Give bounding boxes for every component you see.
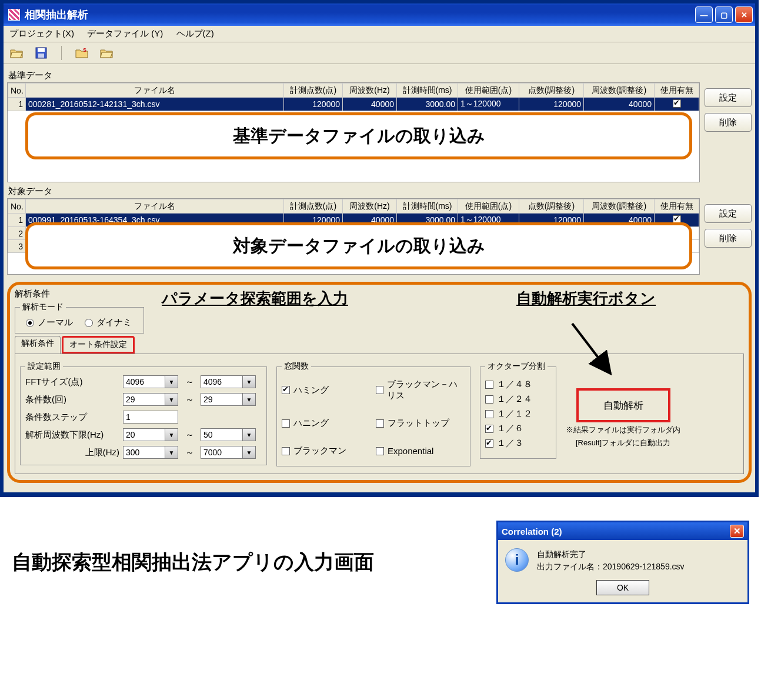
chevron-down-icon[interactable] <box>243 446 256 459</box>
mode-normal-radio[interactable]: ノーマル <box>26 317 73 328</box>
column-header[interactable]: 使用範囲(点) <box>458 84 519 98</box>
column-header[interactable]: 周波数(調整後) <box>584 84 655 98</box>
chevron-down-icon[interactable] <box>165 446 178 459</box>
oct-24[interactable]: １／２４ <box>485 394 551 405</box>
app-icon <box>8 9 20 21</box>
cond-from-combo[interactable] <box>123 393 182 406</box>
freq-lo-label: 解析周波数下限(Hz) <box>25 429 119 441</box>
app-window: 相関抽出解析 — ▢ ✕ プロジェクト(X) データファイル (Y) ヘルプ(Z… <box>0 0 759 497</box>
chevron-down-icon[interactable] <box>165 428 178 441</box>
oct-12[interactable]: １／１２ <box>485 408 551 419</box>
column-header[interactable]: 使用有無 <box>655 84 699 98</box>
chevron-down-icon[interactable] <box>165 393 178 406</box>
ref-delete-button[interactable]: 削除 <box>705 113 752 132</box>
column-header[interactable]: 使用有無 <box>655 199 699 214</box>
set-range-legend: 設定範囲 <box>25 361 63 372</box>
tab-analysis-conditions[interactable]: 解析条件 <box>15 336 61 354</box>
screen-caption: 自動探索型相関抽出法アプリの入力画面 <box>12 549 473 576</box>
menu-project[interactable]: プロジェクト(X) <box>9 28 74 38</box>
tgt-section-label: 対象データ <box>8 186 752 197</box>
chevron-down-icon[interactable] <box>243 375 256 388</box>
chevron-down-icon[interactable] <box>243 393 256 406</box>
column-header[interactable]: 点数(調整後) <box>519 84 584 98</box>
column-header[interactable]: 点数(調整後) <box>519 199 584 214</box>
tgt-settings-button[interactable]: 設定 <box>705 204 752 223</box>
ref-grid[interactable]: No.ファイル名計測点数(点)周波数(Hz)計測時間(ms)使用範囲(点)点数(… <box>7 82 700 182</box>
analysis-mode-legend: 解析モード <box>20 302 66 312</box>
column-header[interactable]: 計測時間(ms) <box>397 199 458 214</box>
dialog-title: Correlation (2) <box>502 526 562 536</box>
winfn-blackman-harris[interactable]: ブラックマン－ハリス <box>376 379 465 401</box>
minimize-button[interactable]: — <box>695 6 713 23</box>
set-range-fieldset: 設定範囲 FFTサイズ(点) ～ 条件数(回) ～ 条件数ステップ 解析 <box>20 361 267 465</box>
ref-button-column: 設定 削除 <box>705 82 752 182</box>
fft-label: FFTサイズ(点) <box>25 376 119 388</box>
open-ref-icon[interactable]: S <box>75 46 89 59</box>
close-button[interactable]: ✕ <box>735 6 753 23</box>
auto-analysis-button[interactable]: 自動解析 <box>576 388 670 422</box>
maximize-button[interactable]: ▢ <box>715 6 733 23</box>
svg-line-4 <box>572 324 610 374</box>
arrow-icon <box>560 318 625 382</box>
winfn-hanning[interactable]: ハニング <box>282 418 371 429</box>
winfn-exponential[interactable]: Exponential <box>376 445 465 456</box>
winfn-flattop[interactable]: フラットトップ <box>376 418 465 429</box>
dialog-close-button[interactable]: ✕ <box>730 525 744 538</box>
tab-auto-conditions[interactable]: オート条件設定 <box>62 336 135 354</box>
oct-48[interactable]: １／４８ <box>485 379 551 390</box>
tgt-delete-button[interactable]: 削除 <box>705 229 752 248</box>
winfn-blackman[interactable]: ブラックマン <box>282 445 371 456</box>
column-header[interactable]: 計測点数(点) <box>284 84 343 98</box>
content-area: 基準データ No.ファイル名計測点数(点)周波数(Hz)計測時間(ms)使用範囲… <box>4 64 755 492</box>
winfn-hamming[interactable]: ハミング <box>282 379 371 401</box>
tilde: ～ <box>185 394 197 405</box>
dialog-ok-button[interactable]: OK <box>596 580 649 595</box>
open-tgt-icon[interactable] <box>99 46 114 59</box>
auto-button-label: 自動解析実行ボタン <box>512 286 660 311</box>
mode-dynamic-label: ダイナミ <box>96 317 132 328</box>
column-header[interactable]: 周波数(Hz) <box>343 199 397 214</box>
menu-help[interactable]: ヘルプ(Z) <box>176 28 214 38</box>
freq-hi-from-combo[interactable] <box>123 446 182 459</box>
column-header[interactable]: 使用範囲(点) <box>458 199 519 214</box>
ref-settings-button[interactable]: 設定 <box>705 88 752 107</box>
open-icon[interactable] <box>9 46 24 59</box>
fft-from-combo[interactable] <box>123 375 182 388</box>
column-header[interactable]: ファイル名 <box>26 199 284 214</box>
menu-datafile[interactable]: データファイル (Y) <box>87 28 163 38</box>
cond-label: 条件数(回) <box>25 394 119 405</box>
tgt-grid[interactable]: No.ファイル名計測点数(点)周波数(Hz)計測時間(ms)使用範囲(点)点数(… <box>7 198 700 275</box>
freq-hi-to-combo[interactable] <box>201 446 259 459</box>
analysis-conditions-box: 解析条件 パラメータ探索範囲を入力 自動解析実行ボタン 解析モード ノーマル ダ… <box>7 282 752 483</box>
column-header[interactable]: ファイル名 <box>26 84 284 98</box>
toolbar: S <box>4 42 755 64</box>
step-input[interactable] <box>123 411 178 424</box>
column-header[interactable]: No. <box>8 199 26 214</box>
ref-import-label: 基準データファイルの取り込み <box>233 124 485 148</box>
cond-to-combo[interactable] <box>201 393 259 406</box>
chevron-down-icon[interactable] <box>165 375 178 388</box>
tgt-import-label: 対象データファイルの取り込み <box>233 234 485 258</box>
fft-to-combo[interactable] <box>201 375 259 388</box>
column-header[interactable]: 計測時間(ms) <box>397 84 458 98</box>
use-checkbox[interactable] <box>673 99 681 108</box>
freq-lo-to-combo[interactable] <box>201 428 259 441</box>
auto-note-2: [Result]フォルダに自動出力 <box>576 438 670 448</box>
oct-3[interactable]: １／３ <box>485 438 551 449</box>
info-icon: i <box>505 548 529 572</box>
result-dialog: Correlation (2) ✕ i 自動解析完了 出力ファイル名：20190… <box>496 521 749 604</box>
chevron-down-icon[interactable] <box>243 428 256 441</box>
column-header[interactable]: 周波数(調整後) <box>584 199 655 214</box>
mode-dynamic-radio[interactable]: ダイナミ <box>85 317 132 328</box>
freq-lo-from-combo[interactable] <box>123 428 182 441</box>
tilde: ～ <box>185 376 197 388</box>
tilde: ～ <box>185 447 197 458</box>
column-header[interactable]: No. <box>8 84 26 98</box>
table-row[interactable]: 1000281_20160512-142131_3ch.csv120000400… <box>8 98 699 111</box>
octave-legend: オクターブ分割 <box>485 361 548 372</box>
save-icon[interactable] <box>34 46 48 59</box>
column-header[interactable]: 計測点数(点) <box>284 199 343 214</box>
oct-6[interactable]: １／６ <box>485 423 551 434</box>
tab-bar: 解析条件 オート条件設定 <box>15 336 744 354</box>
column-header[interactable]: 周波数(Hz) <box>343 84 397 98</box>
